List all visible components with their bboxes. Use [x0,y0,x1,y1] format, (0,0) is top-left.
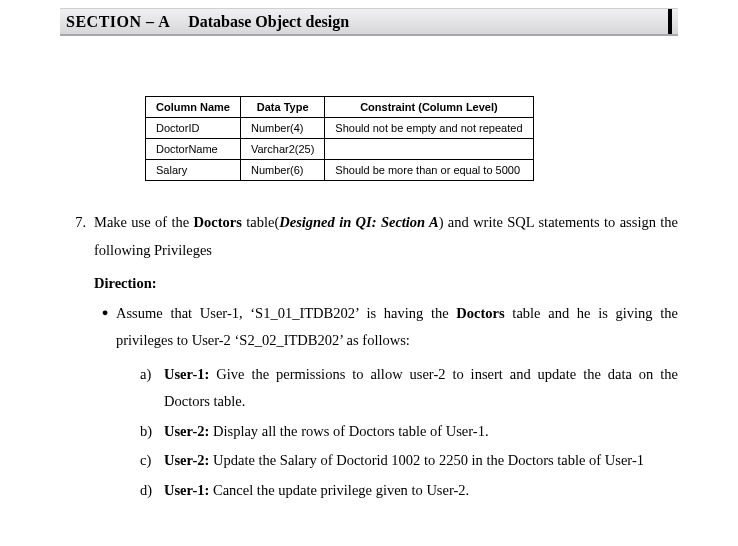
question-heading: 7. Make use of the Doctors table(Designe… [60,209,678,504]
question-intro: Make use of the Doctors table(Designed i… [94,209,678,504]
intro-text: Make use of the [94,214,194,230]
doctors-columns-table-wrap: Column Name Data Type Constraint (Column… [145,96,738,181]
bullet-bold-doctors: Doctors [456,305,504,321]
section-title: Database Object design [188,13,349,31]
header-edge [668,9,672,34]
sub-body: User-2: Update the Salary of Doctorid 10… [164,447,678,475]
sub-body: User-1: Give the permissions to allow us… [164,361,678,416]
cell-constraint: Should be more than or equal to 5000 [325,160,533,181]
sub-item-b: b) User-2: Display all the rows of Docto… [140,418,678,446]
cell-col: DoctorName [146,139,241,160]
cell-col: Salary [146,160,241,181]
cell-constraint: Should not be empty and not repeated [325,118,533,139]
direction-label: Direction: [94,270,678,298]
sub-item-a: a) User-1: Give the permissions to allow… [140,361,678,416]
table-row: DoctorName Varchar2(25) [146,139,534,160]
sub-label: c) [140,447,164,475]
sub-text: Update the Salary of Doctorid 1002 to 22… [209,452,644,468]
doctors-columns-table: Column Name Data Type Constraint (Column… [145,96,534,181]
section-label: SECTION – A [66,13,170,31]
col-header-type: Data Type [240,97,324,118]
sub-question-list: a) User-1: Give the permissions to allow… [140,361,678,505]
sub-user-bold: User-1: [164,482,209,498]
section-header: SECTION – A Database Object design [60,8,678,36]
intro-text: table( [242,214,279,230]
sub-user-bold: User-1: [164,366,209,382]
sub-user-bold: User-2: [164,452,209,468]
sub-item-c: c) User-2: Update the Salary of Doctorid… [140,447,678,475]
col-header-constraint: Constraint (Column Level) [325,97,533,118]
bullet-text: Assume that User-1, ‘S1_01_ITDB202’ is h… [116,305,456,321]
table-row: Salary Number(6) Should be more than or … [146,160,534,181]
question-number: 7. [60,209,94,504]
sub-body: User-1: Cancel the update privilege give… [164,477,678,505]
col-header-name: Column Name [146,97,241,118]
cell-constraint [325,139,533,160]
question-7: 7. Make use of the Doctors table(Designe… [60,209,678,504]
sub-text: Display all the rows of Doctors table of… [209,423,488,439]
sub-user-bold: User-2: [164,423,209,439]
sub-label: d) [140,477,164,505]
sub-label: b) [140,418,164,446]
sub-text: Cancel the update privilege given to Use… [209,482,469,498]
intro-bold-doctors: Doctors [194,214,242,230]
table-header-row: Column Name Data Type Constraint (Column… [146,97,534,118]
sub-body: User-2: Display all the rows of Doctors … [164,418,678,446]
assumption-bullet: ● Assume that User-1, ‘S1_01_ITDB202’ is… [94,300,678,355]
sub-label: a) [140,361,164,416]
cell-type: Number(6) [240,160,324,181]
cell-type: Varchar2(25) [240,139,324,160]
table-row: DoctorID Number(4) Should not be empty a… [146,118,534,139]
intro-design-ref: Designed in QI: Section A [279,214,438,230]
cell-col: DoctorID [146,118,241,139]
assumption-text: Assume that User-1, ‘S1_01_ITDB202’ is h… [116,300,678,355]
sub-item-d: d) User-1: Cancel the update privilege g… [140,477,678,505]
sub-text: Give the permissions to allow user-2 to … [164,366,678,410]
bullet-icon: ● [94,300,116,355]
cell-type: Number(4) [240,118,324,139]
